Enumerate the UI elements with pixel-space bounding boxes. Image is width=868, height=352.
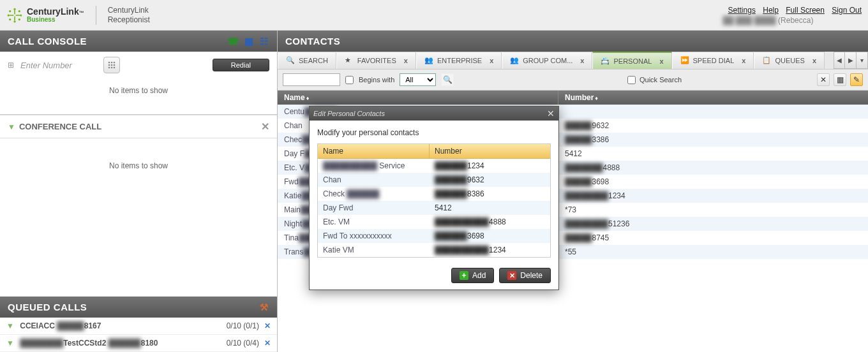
svg-point-2 — [20, 14, 22, 16]
modal-close-icon[interactable]: ✕ — [547, 108, 555, 119]
tab-personal[interactable]: 📇PERSONALx — [592, 52, 671, 69]
modal-title: Edit Personal Contacts — [313, 110, 385, 117]
tab-scroll-right[interactable]: ▶ — [845, 52, 857, 69]
phone-status-icon[interactable]: ☎ — [228, 36, 239, 47]
user-line: ██ ███ ████ (Rebecca) — [723, 16, 862, 25]
modal-col-name[interactable]: Name — [318, 144, 430, 158]
close-icon[interactable]: x — [812, 57, 816, 64]
svg-rect-10 — [10, 15, 14, 16]
svg-rect-8 — [14, 10, 15, 14]
queues-icon: 📋 — [762, 56, 771, 65]
col-name[interactable]: Name♦ — [278, 91, 558, 105]
edit-icon[interactable]: ✎ — [850, 73, 863, 86]
filter-text-input[interactable] — [283, 73, 340, 86]
grid-header: Name♦ Number♦ — [278, 91, 868, 105]
conference-close-icon[interactable]: ✕ — [261, 121, 269, 133]
modal-row[interactable]: Day Fwd5412 — [318, 201, 550, 215]
enter-number-field[interactable]: Enter Number — [20, 61, 97, 70]
link-settings[interactable]: Settings — [728, 6, 756, 15]
close-icon[interactable]: x — [490, 57, 493, 64]
chevron-down-icon: ▼ — [6, 339, 14, 348]
queue-counts: 0/10 (0/4) — [227, 339, 259, 348]
call-console-header: CALL CONSOLE ☎ ▦ ☷ — [0, 31, 277, 52]
queue-counts: 0/10 (0/1) — [227, 321, 259, 330]
redial-button[interactable]: Redial — [213, 59, 269, 71]
quick-search-label: Quick Search — [640, 76, 682, 84]
queue-close-icon[interactable]: ✕ — [264, 321, 271, 330]
chevron-down-icon: ▼ — [6, 321, 14, 330]
tab-scroll-left[interactable]: ◀ — [834, 52, 845, 69]
history-icon[interactable]: ▦ — [244, 36, 254, 47]
brand-sub: Business — [27, 17, 84, 24]
svg-point-14 — [114, 62, 116, 64]
filter-field-select[interactable]: All — [400, 73, 436, 86]
search-button[interactable]: 🔍 — [441, 73, 454, 86]
link-help[interactable]: Help — [763, 6, 779, 15]
close-icon[interactable]: x — [404, 57, 408, 64]
clear-icon[interactable]: ✕ — [817, 73, 830, 86]
speeddial-icon: ⏩ — [680, 56, 689, 65]
modal-row[interactable]: ██████████ Service██████1234 — [318, 159, 550, 173]
branding: CenturyLink™ Business CenturyLink Recept… — [6, 6, 150, 25]
svg-point-20 — [114, 67, 116, 69]
conference-header[interactable]: ▼CONFERENCE CALL ✕ — [0, 115, 277, 138]
svg-point-7 — [9, 10, 11, 11]
modal-rows[interactable]: ██████████ Service██████1234Chan██████96… — [318, 159, 550, 257]
close-icon[interactable]: x — [742, 57, 745, 64]
tab-speeddial[interactable]: ⏩SPEED DIALx — [672, 52, 754, 69]
personal-icon: 📇 — [601, 57, 610, 66]
quick-search-checkbox[interactable] — [627, 76, 636, 84]
dialpad-grid-icon: ⊞ — [8, 61, 14, 70]
queue-row[interactable]: ▼ ████████TestCCStd2 ██████8180 0/10 (0/… — [0, 335, 277, 352]
tab-enterprise[interactable]: 👥ENTERPRISEx — [416, 52, 502, 69]
close-icon[interactable]: x — [580, 57, 584, 64]
modal-message: Modify your personal contacts — [317, 128, 551, 137]
app-title: CenturyLink Receptionist — [108, 6, 150, 24]
conference-title: CONFERENCE CALL — [19, 122, 101, 131]
close-icon[interactable]: x — [659, 57, 663, 65]
modal-row[interactable]: Fwd To xxxxxxxxxxx██████3698 — [318, 229, 550, 243]
svg-point-17 — [114, 64, 116, 66]
edit-personal-contacts-modal: Edit Personal Contacts ✕ Modify your per… — [309, 106, 559, 290]
svg-point-16 — [111, 64, 113, 66]
call-console-title: CALL CONSOLE — [8, 36, 87, 47]
link-signout[interactable]: Sign Out — [832, 6, 862, 15]
add-button[interactable]: +Add — [451, 268, 494, 283]
tab-favorites[interactable]: ★FAVORITESx — [336, 52, 416, 69]
begins-with-label: Begins with — [359, 76, 394, 84]
col-number[interactable]: Number♦ — [558, 91, 868, 105]
list-icon[interactable]: ☷ — [259, 36, 269, 47]
queue-row[interactable]: ▼ CCEIACC █████8167 0/10 (0/1)✕ — [0, 318, 277, 335]
tab-groupcom[interactable]: 👥GROUP COM...x — [502, 52, 592, 69]
svg-point-1 — [19, 10, 20, 11]
contacts-header: CONTACTS — [278, 31, 868, 52]
conference-body: No items to show — [0, 138, 277, 218]
delete-button[interactable]: ✕Delete — [499, 268, 551, 283]
svg-point-12 — [108, 62, 110, 64]
modal-row[interactable]: Katie VM██████████1234 — [318, 243, 550, 257]
tab-queues[interactable]: 📋QUEUESx — [754, 52, 825, 69]
group-icon: 👥 — [510, 56, 519, 65]
search-icon: 🔍 — [286, 56, 295, 65]
top-bar: CenturyLink™ Business CenturyLink Recept… — [0, 0, 868, 31]
tab-menu[interactable]: ▾ — [857, 52, 868, 69]
modal-row[interactable]: Check ████████████8386 — [318, 187, 550, 201]
svg-point-19 — [111, 67, 113, 69]
modal-col-number[interactable]: Number — [430, 144, 550, 158]
svg-point-13 — [111, 62, 113, 64]
table-icon[interactable]: ▦ — [834, 73, 846, 86]
link-fullscreen[interactable]: Full Screen — [786, 6, 825, 15]
queued-calls-title: QUEUED CALLS — [8, 302, 87, 312]
modal-row[interactable]: Etc. VM██████████4888 — [318, 215, 550, 229]
queue-settings-icon[interactable]: ⚒ — [259, 302, 269, 312]
dialpad-icon[interactable] — [103, 57, 120, 73]
tab-search[interactable]: 🔍SEARCH — [278, 52, 336, 69]
begins-with-checkbox[interactable] — [345, 76, 354, 84]
modal-row[interactable]: Chan██████9632 — [318, 173, 550, 187]
top-right: Settings Help Full Screen Sign Out ██ ██… — [723, 6, 862, 25]
svg-rect-11 — [16, 15, 20, 16]
svg-point-0 — [13, 8, 15, 10]
svg-point-3 — [19, 18, 20, 20]
queue-close-icon[interactable]: ✕ — [264, 339, 271, 348]
modal-titlebar[interactable]: Edit Personal Contacts ✕ — [310, 106, 558, 121]
